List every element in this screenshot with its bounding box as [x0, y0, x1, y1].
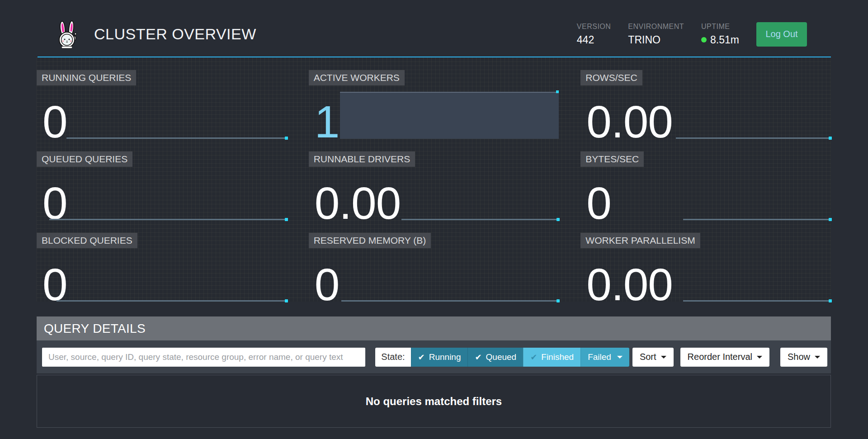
caret-down-icon — [617, 356, 623, 359]
stat-card-reserved-memory: RESERVED MEMORY (B) 0 — [309, 220, 559, 302]
stat-label-active-workers: ACTIVE WORKERS — [309, 70, 405, 85]
area-chart — [340, 92, 559, 139]
check-icon: ✔ — [475, 353, 481, 361]
meta-uptime-value: 8.51m — [701, 34, 739, 46]
state-filter-finished[interactable]: ✔ Finished — [523, 348, 580, 367]
stat-value-runnable-drivers: 0.00 — [315, 180, 401, 226]
header: CLUSTER OVERVIEW VERSION 442 ENVIRONMENT… — [0, 0, 868, 57]
stat-label-reserved-memory: RESERVED MEMORY (B) — [309, 233, 431, 248]
state-filter-button-label: Finished — [541, 352, 574, 362]
stat-card-runnable-drivers: RUNNABLE DRIVERS 0.00 — [309, 139, 559, 220]
stat-card-queued-queries: QUEUED QUERIES 0 — [37, 139, 287, 220]
trino-bunny-logo — [55, 20, 80, 49]
stat-card-blocked-queries: BLOCKED QUERIES 0 — [37, 220, 287, 302]
check-icon: ✔ — [530, 353, 537, 361]
meta-version-value: 442 — [577, 34, 611, 46]
empty-message: No queries matched filters — [366, 395, 502, 408]
uptime-value-text: 8.51m — [710, 34, 739, 46]
stat-label-running-queries: RUNNING QUERIES — [37, 70, 136, 85]
cluster-overview-page: CLUSTER OVERVIEW VERSION 442 ENVIRONMENT… — [0, 0, 868, 439]
sparkline-dot-icon — [285, 299, 288, 302]
toolbar-button-label: Show — [788, 352, 810, 362]
query-search-input[interactable] — [42, 348, 365, 367]
state-filter-queued[interactable]: ✔ Queued — [467, 348, 523, 367]
show-dropdown-button[interactable]: Show — [780, 348, 827, 367]
toolbar-button-label: Sort — [640, 352, 656, 362]
query-details-section: QUERY DETAILS State: ✔ Running ✔ Queued … — [37, 316, 831, 428]
toolbar-dropdown-buttons: Sort Reorder Interval Show — [629, 348, 827, 367]
stat-label-blocked-queries: BLOCKED QUERIES — [37, 233, 137, 248]
stat-value-reserved-memory: 0 — [315, 262, 340, 307]
reorder-interval-dropdown-button[interactable]: Reorder Interval — [680, 348, 769, 367]
header-meta: VERSION 442 ENVIRONMENT TRINO UPTIME 8.5… — [577, 22, 807, 47]
stat-card-worker-parallelism: WORKER PARALLELISM 0.00 — [580, 220, 831, 302]
stat-value-rows-sec: 0.00 — [586, 99, 673, 144]
meta-version-label: VERSION — [577, 23, 611, 31]
meta-uptime: UPTIME 8.51m — [701, 23, 739, 46]
stat-label-worker-parallelism: WORKER PARALLELISM — [580, 233, 700, 248]
meta-environment: ENVIRONMENT TRINO — [628, 23, 684, 46]
query-details-header: QUERY DETAILS — [37, 316, 831, 340]
stat-card-active-workers: ACTIVE WORKERS 1 — [309, 57, 559, 139]
check-icon: ✔ — [418, 353, 425, 361]
state-filter-label: State: — [375, 348, 410, 367]
query-details-toolbar: State: ✔ Running ✔ Queued ✔ Finished Fai… — [37, 340, 831, 373]
page-title: CLUSTER OVERVIEW — [94, 25, 256, 43]
sparkline-chart — [341, 300, 559, 302]
sparkline-dot-icon — [829, 299, 832, 302]
meta-environment-label: ENVIRONMENT — [628, 23, 684, 31]
stat-card-running-queries: RUNNING QUERIES 0 — [37, 57, 287, 139]
logout-button[interactable]: Log Out — [756, 22, 807, 47]
uptime-status-dot-icon — [701, 37, 707, 42]
stat-value-bytes-sec: 0 — [586, 180, 611, 226]
stat-card-rows-sec: ROWS/SEC 0.00 — [580, 57, 831, 139]
query-list-empty-state: No queries matched filters — [37, 375, 831, 428]
caret-down-icon — [757, 356, 762, 359]
state-filter-failed[interactable]: Failed — [580, 348, 629, 367]
state-filter-button-label: Queued — [486, 352, 517, 362]
stat-label-bytes-sec: BYTES/SEC — [580, 151, 644, 167]
state-filter-button-label: Failed — [588, 352, 611, 362]
stat-label-rows-sec: ROWS/SEC — [580, 70, 642, 85]
caret-down-icon — [815, 356, 820, 359]
meta-environment-value: TRINO — [628, 34, 684, 46]
stat-label-queued-queries: QUEUED QUERIES — [37, 151, 132, 167]
meta-version: VERSION 442 — [577, 23, 611, 46]
sort-dropdown-button[interactable]: Sort — [632, 348, 674, 367]
meta-uptime-label: UPTIME — [701, 23, 739, 31]
sparkline-chart — [57, 300, 287, 302]
state-filter-group: State: ✔ Running ✔ Queued ✔ Finished Fai… — [375, 348, 629, 367]
toolbar-button-label: Reorder Interval — [688, 352, 752, 362]
stats-grid: RUNNING QUERIES 0 ACTIVE WORKERS 1 ROWS/… — [37, 57, 831, 302]
stat-card-bytes-sec: BYTES/SEC 0 — [580, 139, 831, 220]
state-filter-button-label: Running — [429, 352, 461, 362]
sparkline-chart — [683, 300, 831, 302]
sparkline-dot-icon — [557, 299, 560, 302]
stat-value-running-queries: 0 — [42, 99, 67, 144]
stat-value-active-workers: 1 — [315, 99, 340, 144]
stat-value-worker-parallelism: 0.00 — [586, 262, 673, 307]
state-filter-running[interactable]: ✔ Running — [411, 348, 468, 367]
caret-down-icon — [661, 356, 666, 359]
sparkline-dot-icon — [556, 90, 559, 93]
stat-label-runnable-drivers: RUNNABLE DRIVERS — [309, 151, 415, 167]
